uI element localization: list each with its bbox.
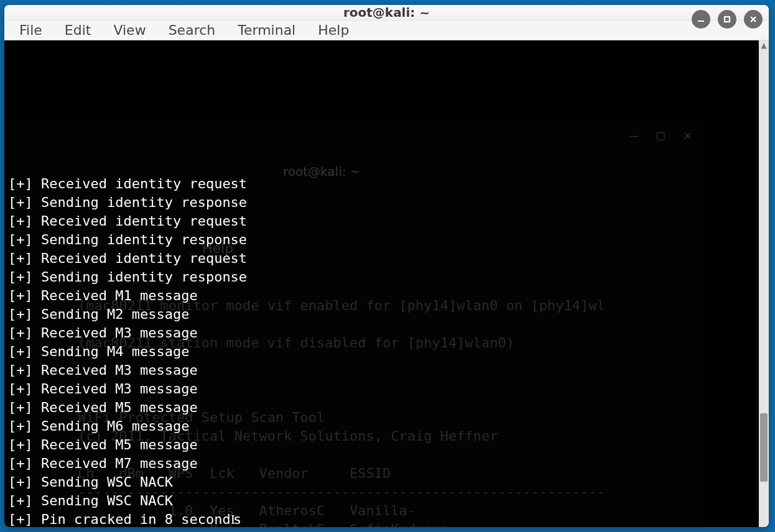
line-text: Received identity request (41, 213, 247, 229)
line-prefix: [+] (8, 176, 41, 191)
menu-help[interactable]: Help (307, 21, 360, 40)
line-text: Sending WSC NACK (41, 474, 173, 490)
line-text: Received M3 message (41, 362, 198, 378)
line-text: Sending WSC NACK (41, 493, 173, 508)
line-prefix: [+] (8, 437, 41, 452)
line-text-tail: s (233, 511, 241, 527)
output-line: [+] Sending identity response (8, 193, 759, 212)
output-line: [+] Received M3 message (8, 361, 759, 380)
line-text: Received M1 message (41, 288, 198, 303)
line-prefix: [+] (8, 250, 41, 266)
output-line: [+] Received M5 message (8, 436, 759, 454)
terminal-area: root@kali: ~ — ▢ ✕ Help (mac80211 monito… (4, 40, 769, 527)
terminal[interactable]: root@kali: ~ — ▢ ✕ Help (mac80211 monito… (4, 40, 759, 527)
output-line: [+] Received M7 message (8, 454, 759, 473)
menu-search[interactable]: Search (157, 21, 227, 40)
output-line: [+] Received M3 message (8, 380, 759, 398)
line-prefix: [+] (8, 400, 41, 415)
line-prefix: [+] (8, 474, 41, 490)
menu-view[interactable]: View (102, 21, 157, 40)
titlebar: root@kali: ~ (4, 5, 769, 21)
line-text: Sending identity response (41, 195, 247, 210)
terminal-window: root@kali: ~ File Edit View Search Termi… (4, 5, 769, 527)
line-text: Received M5 message (41, 437, 198, 452)
line-prefix: [+] (8, 306, 41, 322)
menu-terminal[interactable]: Terminal (226, 21, 307, 40)
output-line: [+] Received M5 message (8, 398, 759, 417)
menu-edit[interactable]: Edit (53, 21, 103, 40)
window-controls (692, 10, 763, 29)
minimize-icon (697, 15, 705, 24)
line-prefix: [+] (8, 232, 41, 247)
line-prefix: [+] (8, 511, 41, 527)
background-maximize-icon: ▢ (657, 126, 665, 145)
menu-file[interactable]: File (8, 21, 53, 40)
line-prefix: [+] (8, 418, 41, 434)
line-prefix: [+] (8, 288, 41, 303)
line-text: Received M3 message (41, 381, 198, 397)
output-line: [+] Received M3 message (8, 324, 759, 342)
output-line: [+] Sending WSC NACK (8, 473, 759, 492)
line-prefix: [+] (8, 269, 41, 285)
close-button[interactable] (744, 10, 763, 29)
output-line: [+] Received identity request (8, 249, 759, 268)
line-text: Received identity request (41, 250, 247, 266)
svg-rect-1 (725, 17, 730, 22)
scroll-up-arrow-icon[interactable]: ▲ (759, 40, 769, 50)
line-prefix: [+] (8, 381, 41, 397)
background-minimize-icon: — (629, 126, 638, 145)
line-text: Received M5 message (41, 400, 198, 415)
background-close-icon: ✕ (684, 126, 692, 145)
line-text: Sending M4 message (41, 344, 189, 359)
line-text: Sending M2 message (41, 306, 189, 322)
line-prefix: [+] (8, 456, 41, 471)
vertical-scrollbar[interactable]: ▲ (759, 40, 769, 527)
output-line: [+] Sending identity response (8, 268, 759, 287)
output-line: [+] Sending identity response (8, 231, 759, 249)
output-line: [+] Sending M2 message (8, 305, 759, 324)
line-text: Sending identity response (41, 232, 247, 247)
terminal-output: [+] Received identity request[+] Sending… (8, 175, 759, 527)
line-prefix: [+] (8, 195, 41, 210)
maximize-button[interactable] (718, 10, 736, 29)
line-prefix: [+] (8, 213, 41, 229)
window-title: root@kali: ~ (343, 5, 430, 20)
maximize-icon (723, 15, 731, 24)
line-text: Pin cracked in 8 second (41, 511, 231, 527)
line-prefix: [+] (8, 362, 41, 378)
output-line: [+] Sending M6 message (8, 417, 759, 436)
menubar: File Edit View Search Terminal Help (4, 21, 769, 40)
line-text: Received M3 message (41, 325, 198, 341)
line-prefix: [+] (8, 344, 41, 359)
line-text: Received M7 message (41, 456, 198, 471)
close-icon (749, 15, 758, 24)
output-line: [+] Pin cracked in 8 secondIs (8, 510, 759, 527)
line-prefix: [+] (8, 325, 41, 341)
line-prefix: [+] (8, 493, 41, 508)
output-line: [+] Received identity request (8, 212, 759, 231)
output-line: [+] Sending WSC NACK (8, 492, 759, 510)
minimize-button[interactable] (692, 10, 710, 29)
line-text: Received identity request (41, 176, 247, 191)
output-line: [+] Received identity request (8, 175, 759, 193)
scrollbar-thumb[interactable] (760, 413, 768, 482)
output-line: [+] Received M1 message (8, 287, 759, 305)
output-line: [+] Sending M4 message (8, 342, 759, 361)
line-text: Sending M6 message (41, 418, 189, 434)
line-text: Sending identity response (41, 269, 247, 285)
